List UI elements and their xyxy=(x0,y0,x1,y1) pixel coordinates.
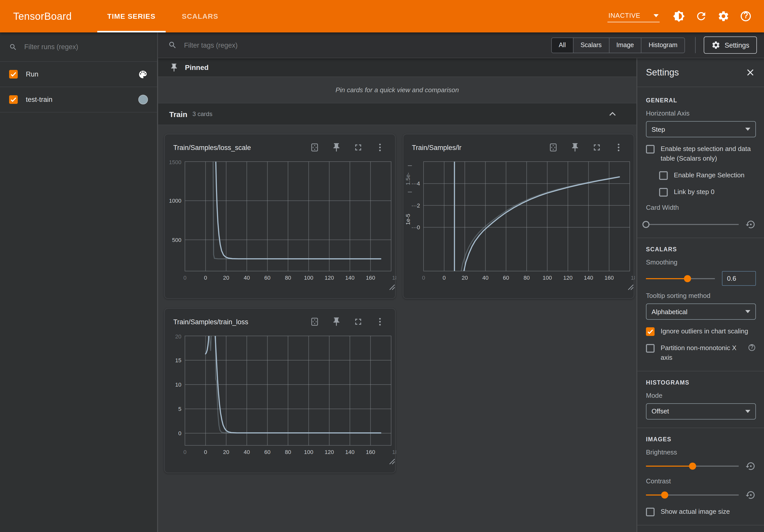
ignore-outliers-row[interactable]: Ignore outliers in chart scaling xyxy=(646,327,756,337)
filter-chip-histogram[interactable]: Histogram xyxy=(641,38,685,53)
train-card-count: 3 cards xyxy=(193,110,213,117)
histogram-mode-label: Mode xyxy=(646,392,756,399)
svg-text:120: 120 xyxy=(324,449,334,455)
refresh-icon[interactable] xyxy=(695,10,707,22)
step-selection-row[interactable]: Enable step selection and data table (Sc… xyxy=(646,144,756,163)
train-loss-chart[interactable]: 05101520020406080100120140160018 xyxy=(165,333,395,473)
tab-scalars[interactable]: SCALARS xyxy=(169,0,232,32)
card-width-label: Card Width xyxy=(646,204,756,212)
horizontal-axis-label: Horizontal Axis xyxy=(646,109,756,117)
test-train-checkbox[interactable] xyxy=(9,95,18,104)
card-width-slider[interactable] xyxy=(646,221,739,229)
loss-scale-chart[interactable]: 50010001500020406080100120140160018 xyxy=(165,159,395,298)
link-step-row[interactable]: Link by step 0 xyxy=(659,187,756,197)
pan-selection-icon[interactable] xyxy=(309,317,320,327)
run-color-swatch[interactable] xyxy=(138,95,148,104)
more-vert-icon[interactable] xyxy=(614,142,624,152)
chart-card-train-loss: Train/Samples/train_loss 051015200204060… xyxy=(164,308,396,473)
svg-text:140: 140 xyxy=(584,274,593,281)
filter-chip-image[interactable]: Image xyxy=(609,38,641,53)
contrast-slider[interactable] xyxy=(646,491,739,499)
histograms-heading: HISTOGRAMS xyxy=(646,380,756,386)
filter-runs-input[interactable] xyxy=(23,43,148,51)
svg-text:20: 20 xyxy=(175,333,181,340)
svg-text:500: 500 xyxy=(172,237,181,243)
gear-icon xyxy=(711,41,720,50)
settings-button[interactable]: Settings xyxy=(704,37,757,54)
svg-text:160: 160 xyxy=(366,274,375,281)
horizontal-axis-select[interactable]: Step xyxy=(646,121,756,137)
fullscreen-icon[interactable] xyxy=(353,317,363,327)
tab-time-series[interactable]: TIME SERIES xyxy=(94,0,169,32)
runs-sidebar: Run test-train xyxy=(0,32,158,532)
brightness-icon[interactable] xyxy=(673,10,685,22)
run-row-all[interactable]: Run xyxy=(0,62,157,87)
svg-text:80: 80 xyxy=(285,274,291,281)
lr-chart[interactable]: ···0···2···41e-51.5e-0204060801001201401… xyxy=(403,159,634,298)
pin-icon[interactable] xyxy=(331,317,341,327)
help-icon[interactable] xyxy=(740,10,752,22)
tooltip-sort-select[interactable]: Alphabetical xyxy=(646,304,756,320)
show-actual-size-checkbox[interactable] xyxy=(646,508,655,516)
chevron-up-icon[interactable] xyxy=(607,108,618,119)
svg-text:0: 0 xyxy=(183,449,186,455)
pan-selection-icon[interactable] xyxy=(548,142,558,152)
more-vert-icon[interactable] xyxy=(375,142,385,152)
resize-handle[interactable] xyxy=(390,459,395,464)
run-status-dropdown[interactable]: INACTIVE xyxy=(608,10,660,22)
svg-text:1.5e-: 1.5e- xyxy=(405,173,411,185)
train-section-header[interactable]: Train 3 cards xyxy=(158,103,636,125)
show-actual-size-label: Show actual image size xyxy=(661,507,730,517)
range-selection-checkbox[interactable] xyxy=(659,171,668,180)
svg-text:10: 10 xyxy=(175,382,181,388)
pin-icon[interactable] xyxy=(331,142,341,152)
filter-chip-scalars[interactable]: Scalars xyxy=(573,38,609,53)
pan-selection-icon[interactable] xyxy=(309,142,320,152)
svg-text:40: 40 xyxy=(244,274,250,281)
svg-text:60: 60 xyxy=(264,449,270,455)
search-icon xyxy=(168,41,177,50)
dashboard-main: Pinned Pin cards for a quick view and co… xyxy=(158,58,636,532)
smoothing-slider[interactable] xyxy=(646,274,715,283)
smoothing-input[interactable] xyxy=(722,271,756,286)
close-icon[interactable] xyxy=(745,67,756,78)
search-icon xyxy=(9,42,17,52)
restore-icon[interactable] xyxy=(746,220,756,230)
resize-handle[interactable] xyxy=(628,285,633,290)
card-title: Train/Samples/train_loss xyxy=(173,318,309,325)
step-selection-checkbox[interactable] xyxy=(646,145,655,153)
svg-text:···0: ···0 xyxy=(411,224,420,231)
help-icon[interactable] xyxy=(748,343,756,352)
filter-tags-input[interactable] xyxy=(183,41,551,49)
tensorboard-app: TensorBoard TIME SERIES SCALARS INACTIVE xyxy=(0,0,764,532)
fullscreen-icon[interactable] xyxy=(592,142,602,152)
filter-chip-all[interactable]: All xyxy=(552,38,573,53)
brightness-slider[interactable] xyxy=(646,462,739,470)
restore-icon[interactable] xyxy=(746,490,756,500)
pin-icon[interactable] xyxy=(570,142,580,152)
restore-icon[interactable] xyxy=(746,461,756,471)
run-checkbox[interactable] xyxy=(9,70,18,79)
svg-text:1e-5: 1e-5 xyxy=(405,214,411,225)
gear-icon[interactable] xyxy=(717,10,729,22)
more-vert-icon[interactable] xyxy=(375,317,385,327)
svg-text:18: 18 xyxy=(392,274,396,281)
header-actions: INACTIVE xyxy=(608,0,764,32)
svg-text:80: 80 xyxy=(524,274,530,281)
filter-tags-row xyxy=(168,41,551,50)
resize-handle[interactable] xyxy=(390,285,395,290)
ignore-outliers-checkbox[interactable] xyxy=(646,328,655,336)
scalars-heading: SCALARS xyxy=(646,247,756,253)
fullscreen-icon[interactable] xyxy=(353,142,363,152)
smoothing-label: Smoothing xyxy=(646,259,756,266)
palette-icon[interactable] xyxy=(138,69,148,79)
run-row-test-train[interactable]: test-train xyxy=(0,87,157,112)
show-actual-size-row[interactable]: Show actual image size xyxy=(646,507,756,517)
toolbar-divider xyxy=(695,37,695,53)
partition-x-checkbox[interactable] xyxy=(646,344,655,353)
link-step-checkbox[interactable] xyxy=(659,188,668,196)
histogram-mode-select[interactable]: Offset xyxy=(646,403,756,420)
partition-x-row[interactable]: Partition non-monotonic X axis xyxy=(646,343,756,363)
svg-text:20: 20 xyxy=(223,274,229,281)
range-selection-row[interactable]: Enable Range Selection xyxy=(659,170,756,180)
